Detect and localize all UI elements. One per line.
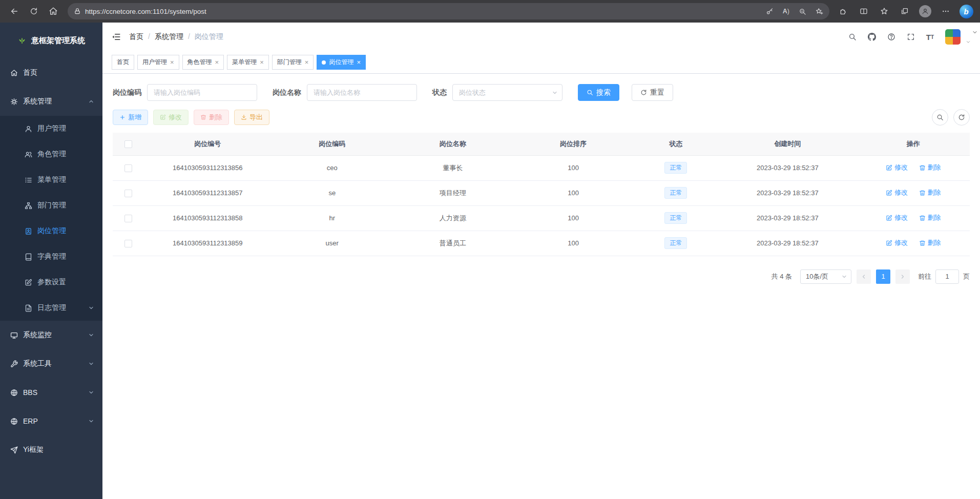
sidebar-item-system-management[interactable]: 系统管理 — [0, 87, 102, 116]
row-checkbox[interactable] — [124, 190, 132, 197]
close-icon[interactable] — [357, 59, 361, 66]
tab-user-management[interactable]: 用户管理 — [137, 55, 179, 70]
app-logo[interactable]: 意框架管理系统 — [0, 23, 102, 58]
row-checkbox[interactable] — [124, 240, 132, 247]
sidebar-item-bbs[interactable]: BBS — [0, 378, 102, 407]
delete-button[interactable]: 删除 — [194, 110, 229, 125]
github-link[interactable] — [868, 33, 876, 41]
sidebar-item-log-management[interactable]: 日志管理 — [0, 295, 102, 321]
tab-role-management[interactable]: 角色管理 — [182, 55, 224, 70]
zoom-button[interactable] — [799, 8, 806, 15]
tool-icon — [10, 360, 18, 368]
row-checkbox[interactable] — [124, 164, 132, 172]
fullscreen-button[interactable] — [907, 33, 915, 41]
sidebar-item-home[interactable]: 首页 — [0, 58, 102, 87]
cell-post-name: 董事长 — [392, 155, 513, 180]
select-all-checkbox[interactable] — [124, 140, 132, 148]
favorites-button[interactable] — [875, 3, 893, 20]
address-bar[interactable]: https://ccnetcore.com:1101/system/post A… — [68, 3, 829, 19]
sidebar-item-system-monitoring[interactable]: 系统监控 — [0, 321, 102, 349]
fold-menu-icon — [112, 32, 121, 41]
topbar: 首页 系统管理 岗位管理 TT — [102, 23, 980, 51]
collections-button[interactable] — [896, 3, 913, 20]
user-menu-caret[interactable] — [966, 37, 971, 46]
add-favorite-button[interactable] — [816, 8, 823, 15]
row-checkbox[interactable] — [124, 215, 132, 222]
font-size-button[interactable]: TT — [926, 33, 934, 41]
search-button[interactable]: 搜索 — [578, 84, 619, 101]
table-row: 1641030593112313857 se 项目经理 100 正常 2023-… — [113, 180, 970, 205]
sidebar-item-department-management[interactable]: 部门管理 — [0, 193, 102, 218]
password-key-button[interactable] — [766, 8, 774, 15]
row-edit-link[interactable]: 修改 — [886, 163, 908, 172]
row-delete-link[interactable]: 删除 — [919, 238, 941, 247]
close-icon[interactable] — [305, 59, 309, 66]
help-button[interactable] — [887, 33, 895, 41]
read-aloud-button[interactable]: A) — [783, 8, 789, 15]
page-size-select[interactable]: 10条/页 — [800, 269, 851, 284]
tab-department-management[interactable]: 部门管理 — [272, 55, 314, 70]
sidebar-item-yi-framework[interactable]: Yi框架 — [0, 435, 102, 464]
row-delete-link[interactable]: 删除 — [919, 163, 941, 172]
tab-menu-management[interactable]: 菜单管理 — [227, 55, 269, 70]
cell-created-time: 2023-03-29 18:52:37 — [718, 231, 857, 256]
row-delete-label: 删除 — [928, 163, 941, 172]
bing-copilot-button[interactable]: b — [957, 3, 975, 20]
status-select[interactable] — [452, 84, 562, 101]
extensions-button[interactable] — [835, 3, 852, 20]
add-button[interactable]: 新增 — [113, 110, 148, 125]
post-name-input[interactable] — [307, 84, 417, 101]
tab-post-management[interactable]: 岗位管理 — [317, 55, 366, 70]
cell-post-id: 1641030593112313857 — [143, 180, 272, 205]
sidebar-item-menu-management[interactable]: 菜单管理 — [0, 167, 102, 193]
edge-sidebar-collapse-button[interactable] — [972, 28, 978, 36]
close-icon[interactable] — [215, 59, 219, 66]
reset-button[interactable]: 重置 — [632, 84, 673, 101]
browser-settings-button[interactable] — [937, 3, 954, 20]
sidebar-item-dictionary-management[interactable]: 字典管理 — [0, 244, 102, 269]
browser-home-button[interactable] — [44, 3, 62, 20]
sidebar-item-system-tools[interactable]: 系统工具 — [0, 349, 102, 378]
row-edit-link[interactable]: 修改 — [886, 213, 908, 222]
sidebar-item-parameter-settings[interactable]: 参数设置 — [0, 269, 102, 295]
toggle-search-button[interactable] — [932, 109, 948, 126]
tab-home[interactable]: 首页 — [112, 55, 134, 70]
profile-avatar — [919, 5, 931, 17]
prev-page-button[interactable] — [857, 269, 871, 284]
download-icon — [241, 114, 247, 120]
cell-post-id: 1641030593112313856 — [143, 155, 272, 180]
close-icon[interactable] — [170, 59, 174, 66]
page-number-1[interactable]: 1 — [876, 269, 890, 284]
browser-refresh-button[interactable] — [25, 3, 43, 20]
row-edit-link[interactable]: 修改 — [886, 238, 908, 247]
column-actions: 操作 — [857, 133, 970, 155]
browser-back-button[interactable] — [5, 3, 24, 20]
refresh-table-button[interactable] — [953, 109, 970, 126]
split-screen-button[interactable] — [855, 3, 872, 20]
goto-page-input[interactable] — [935, 269, 959, 284]
row-edit-link[interactable]: 修改 — [886, 188, 908, 197]
close-icon[interactable] — [260, 59, 264, 66]
row-delete-link[interactable]: 删除 — [919, 188, 941, 197]
sidebar-item-user-management[interactable]: 用户管理 — [0, 116, 102, 141]
header-search-button[interactable] — [848, 33, 857, 41]
sidebar-item-post-management[interactable]: 岗位管理 — [0, 218, 102, 244]
org-tree-icon — [25, 202, 32, 210]
post-code-input[interactable] — [147, 84, 257, 101]
sidebar-item-label: 参数设置 — [37, 278, 66, 287]
breadcrumb-home[interactable]: 首页 — [129, 32, 155, 41]
sidebar-item-role-management[interactable]: 角色管理 — [0, 141, 102, 167]
export-button[interactable]: 导出 — [234, 110, 269, 125]
edit-button[interactable]: 修改 — [153, 110, 189, 125]
user-menu[interactable] — [945, 29, 961, 45]
chevron-down-icon — [88, 389, 94, 396]
column-status: 状态 — [634, 133, 718, 155]
sidebar-item-erp[interactable]: ERP — [0, 407, 102, 435]
sidebar-fold-button[interactable] — [112, 32, 121, 41]
next-page-button[interactable] — [895, 269, 910, 284]
browser-profile-button[interactable] — [916, 3, 934, 20]
main-content: 首页 系统管理 岗位管理 TT 首页 用户管理 — [102, 23, 980, 499]
breadcrumb-system-management[interactable]: 系统管理 — [155, 32, 195, 41]
row-delete-link[interactable]: 删除 — [919, 213, 941, 222]
sidebar-item-label: 首页 — [23, 68, 37, 77]
